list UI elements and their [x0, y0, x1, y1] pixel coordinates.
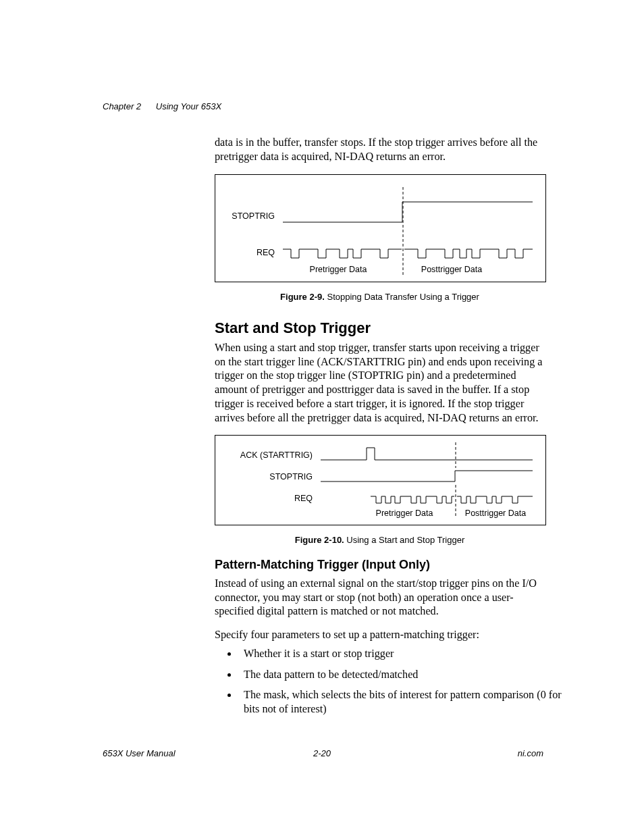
subsection-heading: Pattern-Matching Trigger (Input Only) [215, 558, 430, 572]
section-heading: Start and Stop Trigger [215, 319, 371, 337]
figure-2-10: ACK (STARTTRIG) STOPTRIG REQ Pretrigger … [215, 435, 546, 525]
footer-center: 2-20 [0, 748, 644, 758]
paragraph-pattern-intro: Instead of using an external signal on t… [215, 577, 545, 619]
chapter-title: Using Your 653X [156, 101, 221, 111]
figure-2-9-signals [215, 175, 545, 282]
chapter-label: Chapter 2 [103, 101, 141, 111]
bullet-1: Whether it is a start or stop trigger [238, 647, 569, 661]
figure-2-10-signals [215, 436, 545, 525]
bullet-list: Whether it is a start or stop trigger Th… [215, 647, 569, 723]
footer-right: ni.com [518, 748, 543, 758]
fig9-caption-bold: Figure 2-9. [280, 292, 325, 302]
paragraph-pattern-params: Specify four parameters to set up a patt… [215, 628, 545, 642]
figure-2-9: STOPTRIG REQ Pretrigger Data Posttrigger… [215, 174, 546, 282]
bullet-2: The data pattern to be detected/matched [238, 668, 569, 682]
figure-2-10-caption: Figure 2-10. Using a Start and Stop Trig… [215, 535, 545, 545]
fig10-caption-text: Using a Start and Stop Trigger [344, 535, 464, 545]
fig10-caption-bold: Figure 2-10. [295, 535, 344, 545]
bullet-3: The mask, which selects the bits of inte… [238, 688, 569, 716]
paragraph-continuation: data is in the buffer, transfer stops. I… [215, 136, 545, 163]
fig9-caption-text: Stopping Data Transfer Using a Trigger [325, 292, 479, 302]
paragraph-start-stop: When using a start and stop trigger, tra… [215, 341, 545, 425]
figure-2-9-caption: Figure 2-9. Stopping Data Transfer Using… [215, 292, 545, 302]
page-header: Chapter 2 Using Your 653X [103, 101, 221, 111]
